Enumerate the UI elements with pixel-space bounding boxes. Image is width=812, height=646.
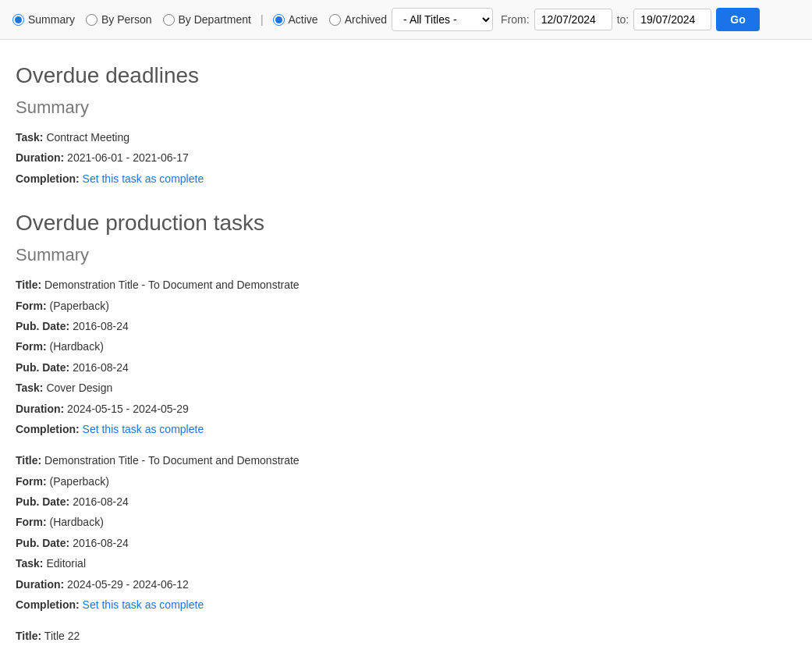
- archived-label: Archived: [345, 13, 387, 26]
- summary-label: Summary: [28, 13, 75, 26]
- prod-title-row-0: Title: Demonstration Title - To Document…: [16, 276, 796, 293]
- prod-form1-row-1: Form: (Paperback): [16, 473, 796, 490]
- duration-value: 2021-06-01 - 2021-06-17: [67, 151, 189, 164]
- prod-task-row-0: Task: Cover Design: [16, 379, 796, 396]
- to-date-input[interactable]: [633, 9, 711, 30]
- task-row: Task: Contract Meeting: [16, 129, 796, 146]
- prod-form1-value-0: (Paperback): [50, 300, 109, 312]
- prod-pubdate2-row-0: Pub. Date: 2016-08-24: [16, 359, 796, 376]
- overdue-production-section: Overdue production tasks Summary Title: …: [16, 211, 796, 646]
- prod-form1-label-1: Form:: [16, 475, 47, 488]
- overdue-deadlines-sub-title: Summary: [16, 98, 796, 118]
- active-radio[interactable]: [273, 14, 285, 26]
- prod-completion-link-1[interactable]: Set this task as complete: [83, 598, 204, 611]
- separator: |: [261, 13, 264, 26]
- prod-pubdate2-value-1: 2016-08-24: [73, 537, 129, 549]
- completion-row: Completion: Set this task as complete: [16, 170, 796, 187]
- prod-pubdate1-label-1: Pub. Date:: [16, 495, 69, 508]
- prod-pubdate2-label-1: Pub. Date:: [16, 537, 69, 549]
- archived-radio-label[interactable]: Archived: [329, 13, 387, 26]
- from-date-input[interactable]: [534, 9, 612, 30]
- prod-completion-label-1: Completion:: [16, 598, 80, 611]
- prod-pubdate1-value-1: 2016-08-24: [73, 495, 129, 508]
- prod-pubdate2-row-1: Pub. Date: 2016-08-24: [16, 534, 796, 552]
- by-person-radio-label[interactable]: By Person: [86, 13, 152, 26]
- prod-task-value-0: Cover Design: [46, 382, 112, 394]
- task-label: Task:: [16, 131, 44, 144]
- overdue-production-title: Overdue production tasks: [16, 211, 796, 236]
- toolbar: Summary By Person By Department | Active…: [0, 0, 812, 40]
- completion-label: Completion:: [16, 172, 80, 185]
- prod-pubdate1-row-1: Pub. Date: 2016-08-24: [16, 493, 796, 510]
- prod-form2-row-1: Form: (Hardback): [16, 513, 796, 531]
- view-radio-group: Summary By Person By Department: [12, 13, 251, 26]
- prod-task-row-1: Task: Editorial: [16, 555, 796, 572]
- titles-select[interactable]: - All Titles -: [392, 8, 493, 31]
- prod-pubdate2-value-0: 2016-08-24: [73, 361, 129, 374]
- summary-radio[interactable]: [12, 14, 24, 26]
- go-button[interactable]: Go: [716, 8, 759, 31]
- production-entry-1: Title: Demonstration Title - To Document…: [16, 452, 796, 613]
- prod-duration-row-1: Duration: 2024-05-29 - 2024-06-12: [16, 576, 796, 593]
- active-radio-label[interactable]: Active: [273, 13, 318, 26]
- prod-form1-label-0: Form:: [16, 300, 47, 312]
- prod-pubdate1-label-0: Pub. Date:: [16, 320, 69, 332]
- status-radio-group: Active Archived: [273, 13, 388, 26]
- prod-title-label-0: Title:: [16, 279, 41, 291]
- date-range-group: From: to:: [501, 9, 711, 30]
- prod-pubdate1-row-0: Pub. Date: 2016-08-24: [16, 318, 796, 335]
- prod-title-value-2: Title 22: [44, 630, 80, 642]
- prod-task-value-1: Editorial: [46, 557, 86, 570]
- prod-form2-label-1: Form:: [16, 516, 47, 528]
- prod-form2-value-0: (Hardback): [50, 340, 104, 353]
- production-entry-0: Title: Demonstration Title - To Document…: [16, 276, 796, 438]
- prod-duration-value-1: 2024-05-29 - 2024-06-12: [67, 578, 189, 591]
- from-label: From:: [501, 13, 530, 26]
- main-content: Overdue deadlines Summary Task: Contract…: [0, 40, 812, 646]
- prod-completion-label-0: Completion:: [16, 423, 80, 435]
- prod-duration-label-0: Duration:: [16, 403, 64, 415]
- prod-form1-value-1: (Paperback): [50, 475, 109, 488]
- prod-title-row-2: Title: Title 22: [16, 627, 796, 644]
- duration-row: Duration: 2021-06-01 - 2021-06-17: [16, 149, 796, 166]
- completion-link[interactable]: Set this task as complete: [83, 172, 204, 185]
- by-department-radio[interactable]: [163, 14, 175, 26]
- prod-form2-value-1: (Hardback): [50, 516, 104, 528]
- prod-title-label-2: Title:: [16, 630, 41, 642]
- overdue-production-sub-title: Summary: [16, 245, 796, 265]
- to-label: to:: [617, 13, 629, 26]
- prod-form2-label-0: Form:: [16, 340, 47, 353]
- prod-title-value-1: Demonstration Title - To Document and De…: [44, 454, 300, 467]
- prod-form1-row-0: Form: (Paperback): [16, 297, 796, 314]
- prod-duration-value-0: 2024-05-15 - 2024-05-29: [67, 403, 189, 415]
- prod-pubdate1-value-0: 2016-08-24: [73, 320, 129, 332]
- prod-duration-row-0: Duration: 2024-05-15 - 2024-05-29: [16, 400, 796, 417]
- prod-completion-link-0[interactable]: Set this task as complete: [83, 423, 204, 435]
- prod-pubdate2-label-0: Pub. Date:: [16, 361, 69, 374]
- archived-radio[interactable]: [329, 14, 341, 26]
- prod-form2-row-0: Form: (Hardback): [16, 338, 796, 355]
- prod-title-row-1: Title: Demonstration Title - To Document…: [16, 452, 796, 469]
- by-department-radio-label[interactable]: By Department: [163, 13, 251, 26]
- prod-completion-row-0: Completion: Set this task as complete: [16, 421, 796, 438]
- prod-task-label-0: Task:: [16, 382, 44, 394]
- duration-label: Duration:: [16, 151, 64, 164]
- summary-radio-label[interactable]: Summary: [12, 13, 75, 26]
- deadline-entry-0: Task: Contract Meeting Duration: 2021-06…: [16, 129, 796, 187]
- overdue-deadlines-section: Overdue deadlines Summary Task: Contract…: [16, 63, 796, 187]
- by-department-label: By Department: [179, 13, 251, 26]
- production-entry-2: Title: Title 22 Form: (Hardback) Pub. Da…: [16, 627, 796, 646]
- prod-task-label-1: Task:: [16, 557, 44, 570]
- active-label: Active: [289, 13, 318, 26]
- prod-title-value-0: Demonstration Title - To Document and De…: [44, 279, 300, 291]
- overdue-deadlines-title: Overdue deadlines: [16, 63, 796, 88]
- prod-completion-row-1: Completion: Set this task as complete: [16, 596, 796, 613]
- prod-title-label-1: Title:: [16, 454, 41, 467]
- by-person-radio[interactable]: [86, 14, 98, 26]
- prod-duration-label-1: Duration:: [16, 578, 64, 591]
- by-person-label: By Person: [101, 13, 152, 26]
- task-value: Contract Meeting: [46, 131, 129, 144]
